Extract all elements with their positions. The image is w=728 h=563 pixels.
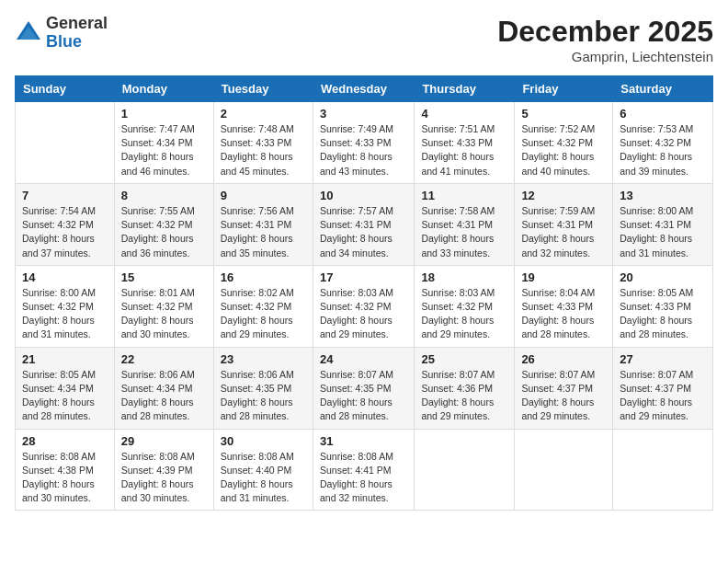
day-number: 12 [521, 189, 606, 202]
day-number: 19 [521, 270, 606, 284]
day-number: 3 [320, 107, 407, 121]
calendar-cell: 31Sunrise: 8:08 AMSunset: 4:41 PMDayligh… [313, 429, 414, 511]
day-info: Sunrise: 8:00 AMSunset: 4:31 PMDaylight:… [620, 204, 706, 260]
calendar-cell [16, 102, 115, 184]
day-info: Sunrise: 7:48 AMSunset: 4:33 PMDaylight:… [221, 122, 306, 178]
page-header: General Blue December 2025 Gamprin, Liec… [15, 15, 713, 64]
day-info: Sunrise: 7:52 AMSunset: 4:32 PMDaylight:… [521, 122, 606, 178]
calendar-cell: 1Sunrise: 7:47 AMSunset: 4:34 PMDaylight… [114, 102, 213, 184]
calendar-week-1: 1Sunrise: 7:47 AMSunset: 4:34 PMDaylight… [16, 102, 713, 184]
day-number: 30 [221, 434, 306, 448]
logo-text: General Blue [46, 15, 108, 52]
calendar-cell: 17Sunrise: 8:03 AMSunset: 4:32 PMDayligh… [313, 265, 414, 347]
day-info: Sunrise: 8:05 AMSunset: 4:33 PMDaylight:… [620, 286, 706, 342]
day-info: Sunrise: 7:57 AMSunset: 4:31 PMDaylight:… [320, 204, 407, 260]
day-number: 27 [620, 352, 706, 366]
day-info: Sunrise: 8:07 AMSunset: 4:36 PMDaylight:… [421, 368, 507, 424]
location: Gamprin, Liechtenstein [497, 49, 713, 64]
calendar-cell: 24Sunrise: 8:07 AMSunset: 4:35 PMDayligh… [313, 347, 414, 429]
day-number: 8 [121, 189, 207, 202]
day-info: Sunrise: 7:53 AMSunset: 4:32 PMDaylight:… [620, 122, 706, 178]
day-number: 28 [22, 434, 108, 448]
calendar-cell: 26Sunrise: 8:07 AMSunset: 4:37 PMDayligh… [515, 347, 613, 429]
calendar-cell: 22Sunrise: 8:06 AMSunset: 4:34 PMDayligh… [114, 347, 213, 429]
day-info: Sunrise: 7:51 AMSunset: 4:33 PMDaylight:… [421, 122, 507, 178]
weekday-header-saturday: Saturday [613, 76, 713, 102]
day-number: 25 [421, 352, 507, 366]
calendar-cell: 27Sunrise: 8:07 AMSunset: 4:37 PMDayligh… [613, 347, 713, 429]
month-title: December 2025 [497, 15, 713, 49]
calendar-week-2: 7Sunrise: 7:54 AMSunset: 4:32 PMDaylight… [16, 183, 713, 265]
calendar-cell: 30Sunrise: 8:08 AMSunset: 4:40 PMDayligh… [213, 429, 313, 511]
day-number: 4 [421, 107, 507, 121]
day-number: 24 [320, 352, 407, 366]
day-number: 5 [521, 107, 606, 121]
calendar-cell: 9Sunrise: 7:56 AMSunset: 4:31 PMDaylight… [213, 183, 313, 265]
weekday-header-thursday: Thursday [415, 76, 515, 102]
day-info: Sunrise: 8:07 AMSunset: 4:37 PMDaylight:… [521, 368, 606, 424]
calendar-week-4: 21Sunrise: 8:05 AMSunset: 4:34 PMDayligh… [16, 347, 713, 429]
day-info: Sunrise: 7:54 AMSunset: 4:32 PMDaylight:… [22, 204, 108, 260]
calendar-cell: 20Sunrise: 8:05 AMSunset: 4:33 PMDayligh… [613, 265, 713, 347]
calendar-cell: 15Sunrise: 8:01 AMSunset: 4:32 PMDayligh… [114, 265, 213, 347]
calendar-cell: 29Sunrise: 8:08 AMSunset: 4:39 PMDayligh… [114, 429, 213, 511]
logo: General Blue [15, 15, 108, 52]
day-number: 31 [320, 434, 407, 448]
weekday-header-wednesday: Wednesday [313, 76, 414, 102]
calendar-cell: 16Sunrise: 8:02 AMSunset: 4:32 PMDayligh… [213, 265, 313, 347]
day-info: Sunrise: 8:06 AMSunset: 4:35 PMDaylight:… [221, 368, 306, 424]
day-number: 20 [620, 270, 706, 284]
calendar-cell: 8Sunrise: 7:55 AMSunset: 4:32 PMDaylight… [114, 183, 213, 265]
weekday-header-sunday: Sunday [16, 76, 115, 102]
calendar-header-row: SundayMondayTuesdayWednesdayThursdayFrid… [16, 76, 713, 102]
day-number: 29 [121, 434, 207, 448]
calendar-cell [613, 429, 713, 511]
logo-blue: Blue [46, 33, 108, 52]
calendar-cell: 21Sunrise: 8:05 AMSunset: 4:34 PMDayligh… [16, 347, 115, 429]
day-info: Sunrise: 8:08 AMSunset: 4:38 PMDaylight:… [22, 450, 108, 506]
calendar-cell: 11Sunrise: 7:58 AMSunset: 4:31 PMDayligh… [415, 183, 515, 265]
weekday-header-friday: Friday [515, 76, 613, 102]
title-block: December 2025 Gamprin, Liechtenstein [497, 15, 713, 64]
calendar-cell: 28Sunrise: 8:08 AMSunset: 4:38 PMDayligh… [16, 429, 115, 511]
calendar-cell: 4Sunrise: 7:51 AMSunset: 4:33 PMDaylight… [415, 102, 515, 184]
calendar-cell: 10Sunrise: 7:57 AMSunset: 4:31 PMDayligh… [313, 183, 414, 265]
day-info: Sunrise: 8:01 AMSunset: 4:32 PMDaylight:… [121, 286, 207, 342]
calendar-cell: 14Sunrise: 8:00 AMSunset: 4:32 PMDayligh… [16, 265, 115, 347]
day-info: Sunrise: 7:59 AMSunset: 4:31 PMDaylight:… [521, 204, 606, 260]
day-number: 6 [620, 107, 706, 121]
day-info: Sunrise: 8:08 AMSunset: 4:40 PMDaylight:… [221, 450, 306, 506]
calendar-cell: 19Sunrise: 8:04 AMSunset: 4:33 PMDayligh… [515, 265, 613, 347]
day-number: 15 [121, 270, 207, 284]
calendar-week-3: 14Sunrise: 8:00 AMSunset: 4:32 PMDayligh… [16, 265, 713, 347]
calendar-table: SundayMondayTuesdayWednesdayThursdayFrid… [15, 75, 713, 511]
day-number: 13 [620, 189, 706, 202]
day-number: 18 [421, 270, 507, 284]
calendar-cell: 2Sunrise: 7:48 AMSunset: 4:33 PMDaylight… [213, 102, 313, 184]
day-number: 17 [320, 270, 407, 284]
weekday-header-tuesday: Tuesday [213, 76, 313, 102]
day-number: 26 [521, 352, 606, 366]
day-info: Sunrise: 8:03 AMSunset: 4:32 PMDaylight:… [320, 286, 407, 342]
weekday-header-monday: Monday [114, 76, 213, 102]
calendar-cell: 23Sunrise: 8:06 AMSunset: 4:35 PMDayligh… [213, 347, 313, 429]
day-info: Sunrise: 8:02 AMSunset: 4:32 PMDaylight:… [221, 286, 306, 342]
day-info: Sunrise: 7:55 AMSunset: 4:32 PMDaylight:… [121, 204, 207, 260]
calendar-cell: 7Sunrise: 7:54 AMSunset: 4:32 PMDaylight… [16, 183, 115, 265]
calendar-cell [415, 429, 515, 511]
day-info: Sunrise: 7:49 AMSunset: 4:33 PMDaylight:… [320, 122, 407, 178]
day-info: Sunrise: 8:08 AMSunset: 4:41 PMDaylight:… [320, 450, 407, 506]
day-number: 10 [320, 189, 407, 202]
day-number: 7 [22, 189, 108, 202]
day-number: 16 [221, 270, 306, 284]
logo-general: General [46, 15, 108, 33]
calendar-cell: 13Sunrise: 8:00 AMSunset: 4:31 PMDayligh… [613, 183, 713, 265]
day-number: 2 [221, 107, 306, 121]
day-info: Sunrise: 8:06 AMSunset: 4:34 PMDaylight:… [121, 368, 207, 424]
calendar-cell: 3Sunrise: 7:49 AMSunset: 4:33 PMDaylight… [313, 102, 414, 184]
day-info: Sunrise: 8:04 AMSunset: 4:33 PMDaylight:… [521, 286, 606, 342]
day-number: 21 [22, 352, 108, 366]
day-number: 9 [221, 189, 306, 202]
day-info: Sunrise: 8:00 AMSunset: 4:32 PMDaylight:… [22, 286, 108, 342]
day-info: Sunrise: 8:05 AMSunset: 4:34 PMDaylight:… [22, 368, 108, 424]
